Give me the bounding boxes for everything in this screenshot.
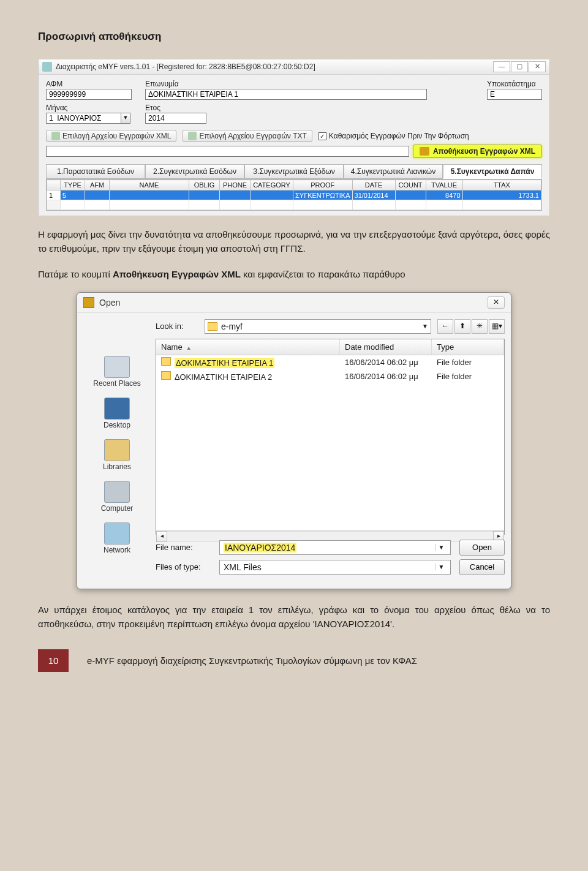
eponimia-input[interactable] — [145, 89, 427, 100]
minas-input[interactable] — [46, 113, 121, 124]
col-name[interactable]: NAME — [110, 180, 189, 190]
dialog-title: Open — [99, 298, 488, 307]
place-network[interactable]: Network — [104, 522, 130, 554]
tab-4[interactable]: 4.Συγκεντρωτικά Λιανικών — [344, 164, 443, 179]
save-xml-button[interactable]: Αποθήκευση Εγγραφών XML — [413, 145, 542, 158]
open-dialog: Open ✕ Recent Places Desktop Libraries C… — [77, 292, 511, 589]
etos-label: Ετος — [145, 104, 206, 112]
col-afm[interactable]: AFM — [85, 180, 110, 190]
col-tvalue[interactable]: TVALUE — [426, 180, 462, 190]
file-list: Name▲ Date modified Type ΔΟΚΙΜΑΣΤΙΚΗ ΕΤΑ… — [156, 339, 505, 535]
place-computer[interactable]: Computer — [101, 481, 134, 513]
window-title: Διαχειριστής eMYF vers.1.01 - [Registere… — [56, 62, 493, 71]
col-rownum[interactable] — [47, 180, 61, 190]
select-txt-button[interactable]: Επιλογή Αρχείου Εγγραφών TXT — [183, 130, 312, 142]
folder-icon — [83, 297, 94, 308]
place-desktop[interactable]: Desktop — [104, 398, 130, 429]
place-libraries[interactable]: Libraries — [103, 439, 131, 471]
col-oblig[interactable]: OBLIG — [189, 180, 220, 190]
tabs: 1.Παραστατικά Εσόδων 2.Συγκεντρωτικά Εσό… — [46, 164, 542, 179]
filename-label: File name: — [156, 543, 211, 552]
file-icon — [188, 132, 197, 140]
afm-input[interactable] — [46, 89, 132, 100]
folder-icon — [161, 357, 171, 366]
app-icon — [42, 62, 52, 72]
sort-asc-icon: ▲ — [186, 345, 192, 351]
lookin-label: Look in: — [156, 322, 198, 331]
libraries-icon — [104, 439, 130, 461]
tab-1[interactable]: 1.Παραστατικά Εσόδων — [46, 164, 145, 179]
table-row[interactable] — [47, 200, 541, 210]
doc-paragraph-2: Πατάμε το κουμπί Αποθήκευση Εγγραφών XML… — [38, 267, 550, 281]
save-icon — [420, 147, 429, 156]
page-footer: 10 e-MYF εφαρμογή διαχείρισης Συγκεντρωτ… — [38, 649, 550, 672]
filetype-label: Files of type: — [156, 562, 211, 571]
minimize-button[interactable]: — — [493, 61, 510, 72]
page-number: 10 — [38, 649, 69, 672]
doc-paragraph-1: Η εφαρμογή μας δίνει την δυνατότητα να α… — [38, 227, 550, 256]
list-item[interactable]: ΔΟΚΙΜΑΣΤΙΚΗ ΕΤΑΙΡΕΙΑ 216/06/2014 06:02 μ… — [156, 369, 504, 383]
chevron-down-icon: ▼ — [435, 564, 447, 570]
col-date[interactable]: DATE — [352, 180, 395, 190]
computer-icon — [104, 481, 130, 503]
close-button[interactable]: ✕ — [529, 61, 546, 72]
eponimia-label: Επωνυμία — [145, 80, 473, 88]
col-date-modified[interactable]: Date modified — [340, 339, 432, 355]
places-bar: Recent Places Desktop Libraries Computer… — [83, 319, 151, 575]
open-button[interactable]: Open — [459, 540, 505, 556]
tab-2[interactable]: 2.Συγκεντρωτικά Εσόδων — [145, 164, 244, 179]
col-count[interactable]: COUNT — [395, 180, 426, 190]
etos-input[interactable] — [145, 113, 206, 124]
doc-heading: Προσωρινή αποθήκευση — [38, 31, 550, 43]
app-window: Διαχειριστής eMYF vers.1.01 - [Registere… — [38, 59, 550, 216]
network-icon — [104, 522, 130, 545]
nav-view-button[interactable]: ▦▾ — [489, 319, 505, 334]
filetype-combo[interactable]: XML Files▼ — [219, 560, 451, 575]
checkbox-icon: ✓ — [318, 132, 326, 140]
ypok-label: Υποκατάστημα — [487, 80, 542, 88]
clear-checkbox-wrap[interactable]: ✓ Καθαρισμός Εγγραφών Πριν Την Φόρτωση — [318, 132, 469, 140]
maximize-button[interactable]: ▢ — [511, 61, 528, 72]
place-recent[interactable]: Recent Places — [93, 356, 140, 388]
doc-paragraph-3: Αν υπάρχει έτοιμος κατάλογος για την ετα… — [38, 603, 550, 632]
list-item[interactable]: ΔΟΚΙΜΑΣΤΙΚΗ ΕΤΑΙΡΕΙΑ 116/06/2014 06:02 μ… — [156, 355, 504, 369]
nav-back-button[interactable]: ← — [437, 319, 453, 334]
col-phone[interactable]: PHONE — [220, 180, 251, 190]
folder-icon — [161, 371, 171, 380]
minas-label: Μήνας — [46, 104, 132, 112]
col-category[interactable]: CATEGORY — [251, 180, 293, 190]
titlebar: Διαχειριστής eMYF vers.1.01 - [Registere… — [39, 59, 549, 75]
dialog-close-button[interactable]: ✕ — [488, 296, 505, 309]
chevron-down-icon: ▼ — [435, 544, 447, 551]
tab-5[interactable]: 5.Συγκεντρωτικά Δαπάν — [443, 164, 542, 179]
data-grid: TYPE AFM NAME OBLIG PHONE CATEGORY PROOF… — [46, 179, 542, 211]
nav-newfolder-button[interactable]: ✳ — [472, 319, 488, 334]
scroll-left-button[interactable]: ◂ — [156, 531, 167, 542]
desktop-icon — [104, 398, 130, 420]
file-icon — [51, 132, 60, 140]
afm-label: ΑΦΜ — [46, 80, 132, 88]
col-proof[interactable]: PROOF — [293, 180, 353, 190]
folder-icon — [208, 322, 217, 331]
tab-3[interactable]: 3.Συγκεντρωτικά Εξόδων — [244, 164, 344, 179]
table-row[interactable]: 1 5 ΣΥΓΚΕΝΤΡΩΤΙΚΑ 31/01/2014 8470 1733.1 — [47, 190, 541, 200]
col-type[interactable]: TYPE — [61, 180, 85, 190]
cancel-button[interactable]: Cancel — [459, 559, 505, 575]
footer-text: e-MYF εφαρμογή διαχείρισης Συγκεντρωτική… — [69, 649, 550, 672]
col-type[interactable]: Type — [432, 339, 504, 355]
col-ttax[interactable]: TTAX — [462, 180, 541, 190]
filename-input[interactable]: ΙΑΝΟΥΑΡΙΟΣ2014▼ — [219, 540, 451, 555]
minas-dropdown-button[interactable]: ▼ — [121, 113, 130, 124]
recent-places-icon — [104, 356, 130, 378]
nav-up-button[interactable]: ⬆ — [454, 319, 470, 334]
col-name[interactable]: Name▲ — [156, 339, 340, 355]
ypok-input[interactable] — [487, 89, 542, 100]
select-xml-button[interactable]: Επιλογή Αρχείου Εγγραφών XML — [46, 130, 176, 142]
lookin-combo[interactable]: e-myf ▼ — [205, 319, 431, 334]
file-path-input[interactable] — [46, 146, 409, 157]
